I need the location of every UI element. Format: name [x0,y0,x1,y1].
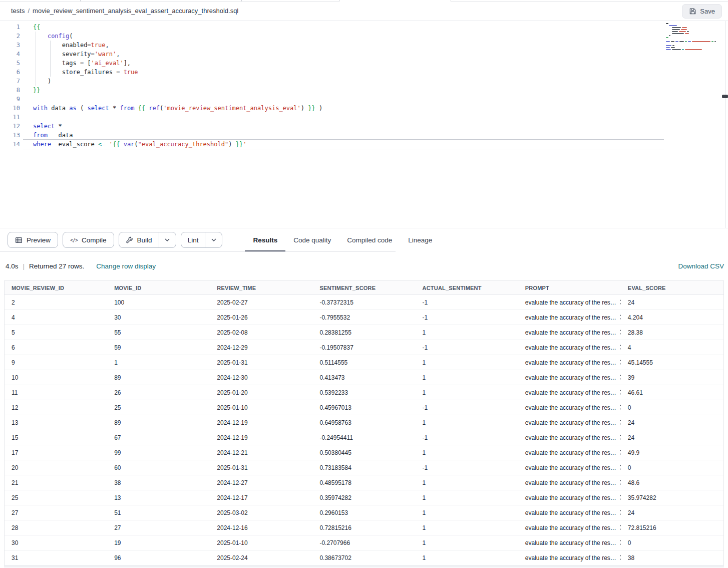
tab-compiled-code[interactable]: Compiled code [339,228,400,252]
code-line[interactable]: 3 enabled=true, [0,41,728,50]
save-button[interactable]: Save [682,4,722,19]
expand-cell-icon[interactable] [619,360,621,365]
expand-cell-icon[interactable] [619,300,621,305]
table-cell: 4.204 [621,314,723,321]
table-cell: 0 [621,464,723,471]
table-cell: 0.64958763 [312,419,415,426]
code-line[interactable]: 4 severity='warn', [0,50,728,59]
code-line-text: {{ [33,23,40,32]
minimap[interactable] [666,23,716,51]
table-row: 912025-01-310.51145551evaluate the accur… [5,355,723,370]
expand-cell-icon[interactable] [619,540,621,545]
table-cell: 60 [107,464,210,471]
code-line[interactable]: 6 store_failures = true [0,68,728,77]
code-line[interactable]: 8}} [0,86,728,95]
tab-lineage[interactable]: Lineage [400,228,440,252]
compile-button[interactable]: </> Compile [63,232,114,248]
table-row: 27512025-03-020.29601531evaluate the acc… [5,505,723,520]
prompt-text: evaluate the accuracy of the res… [525,314,616,321]
table-grid-icon [15,236,23,244]
code-line[interactable]: 14where eval_score <= '{{ var("eval_accu… [0,140,728,149]
column-header-movie-id: MOVIE_ID [107,285,210,291]
lint-split-button: Lint [181,232,223,248]
table-cell: evaluate the accuracy of the res… [518,419,621,426]
table-cell: evaluate the accuracy of the res… [518,554,621,561]
query-duration: 4.0s [6,262,19,270]
expand-cell-icon[interactable] [619,450,621,455]
expand-cell-icon[interactable] [619,315,621,320]
expand-cell-icon[interactable] [619,525,621,530]
line-number: 10 [0,104,20,113]
expand-cell-icon[interactable] [619,510,621,515]
table-cell: evaluate the accuracy of the res… [518,434,621,441]
scrollbar-thumb[interactable] [722,95,728,98]
code-line[interactable]: 5 tags = ['ai_eval'], [0,59,728,68]
prompt-text: evaluate the accuracy of the res… [525,494,616,501]
table-cell: 72.815216 [621,524,723,531]
expand-cell-icon[interactable] [619,330,621,335]
save-icon [689,8,696,15]
code-line[interactable]: 9 [0,95,728,104]
code-line[interactable]: 2 config( [0,32,728,41]
table-cell: 2024-12-27 [210,479,312,486]
build-dropdown-button[interactable] [159,232,176,247]
expand-cell-icon[interactable] [619,420,621,425]
table-row: 5552025-02-080.283812551evaluate the acc… [5,325,723,340]
code-line-text: }} [33,86,40,95]
code-line[interactable]: 12select * [0,122,728,131]
table-cell: evaluate the accuracy of the res… [518,299,621,306]
expand-cell-icon[interactable] [619,390,621,395]
prompt-text: evaluate the accuracy of the res… [525,329,616,336]
table-cell: 67 [107,434,210,441]
table-cell: 30 [107,314,210,321]
code-line[interactable]: 13from data [0,131,728,140]
expand-cell-icon[interactable] [619,405,621,410]
code-editor[interactable]: 1{{2 config(3 enabled=true,4 severity='w… [0,21,728,228]
table-cell: 25 [5,494,107,501]
lint-button[interactable]: Lint [181,232,205,247]
expand-cell-icon[interactable] [619,495,621,500]
scrollbar-track[interactable] [725,21,725,228]
horizontal-scrollbar[interactable] [4,565,724,567]
table-cell: evaluate the accuracy of the res… [518,389,621,396]
download-csv-link[interactable]: Download CSV [678,262,724,270]
expand-cell-icon[interactable] [619,465,621,470]
table-cell: 2025-02-27 [210,299,312,306]
code-line[interactable]: 10with data as ( select * from {{ ref('m… [0,104,728,113]
expand-cell-icon[interactable] [619,375,621,380]
tab-code-quality[interactable]: Code quality [285,228,339,252]
build-button[interactable]: Build [119,232,159,247]
code-line[interactable]: 11 [0,113,728,122]
expand-cell-icon[interactable] [619,480,621,485]
change-row-display-link[interactable]: Change row display [96,262,156,270]
prompt-text: evaluate the accuracy of the res… [525,404,616,411]
lint-dropdown-button[interactable] [205,232,222,247]
expand-cell-icon[interactable] [619,345,621,350]
compile-button-label: Compile [82,236,107,244]
table-cell: 27 [107,524,210,531]
code-line[interactable]: 1{{ [0,23,728,32]
file-header: tests/movie_review_sentiment_analysis_ev… [0,2,728,21]
table-cell: 0.38673702 [312,554,415,561]
ide-window: tests/movie_review_sentiment_analysis_ev… [0,0,728,568]
table-cell: evaluate the accuracy of the res… [518,524,621,531]
tab-results[interactable]: Results [245,228,285,252]
preview-button[interactable]: Preview [8,232,58,248]
preview-button-label: Preview [27,236,51,244]
line-number: 8 [0,86,20,95]
table-cell: 2024-12-29 [210,344,312,351]
results-tab-bar: Results Code quality Compiled code Linea… [245,228,440,252]
expand-cell-icon[interactable] [619,555,621,560]
action-toolbar: Preview </> Compile Build [0,228,728,251]
table-cell: 0.5392233 [312,389,415,396]
expand-cell-icon[interactable] [619,435,621,440]
prompt-text: evaluate the accuracy of the res… [525,374,616,381]
table-cell: 89 [107,374,210,381]
line-number: 12 [0,122,20,131]
table-cell: 1 [416,479,518,486]
table-cell: 28 [5,524,107,531]
table-cell: -1 [416,464,518,471]
line-number: 4 [0,50,20,59]
code-line[interactable]: 7 ) [0,77,728,86]
code-line-text: select * [33,122,62,131]
